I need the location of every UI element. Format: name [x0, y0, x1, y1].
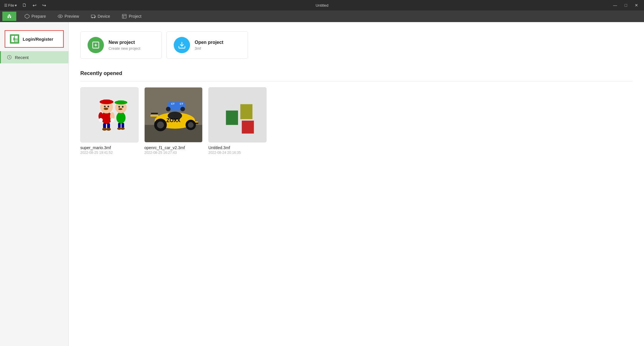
open-project-icon: [178, 41, 186, 49]
untitled-thumb-svg: [209, 87, 266, 142]
sidebar: Login/Register Recent: [0, 22, 69, 346]
recently-opened-section: Recently opened: [80, 70, 632, 155]
svg-text:ZOXX: ZOXX: [166, 117, 181, 123]
svg-rect-53: [151, 113, 158, 114]
svg-rect-67: [242, 121, 254, 134]
recently-opened-title: Recently opened: [80, 70, 632, 76]
minimize-button[interactable]: —: [610, 2, 621, 9]
hamburger-icon: ☰: [4, 3, 8, 8]
svg-rect-11: [15, 39, 18, 42]
prepare-label: Prepare: [31, 14, 46, 19]
preview-label: Preview: [65, 14, 79, 19]
preview-icon: [58, 14, 63, 19]
device-tab[interactable]: Device: [85, 11, 116, 21]
project-cards-row: New project Create new project Open proj…: [80, 31, 632, 59]
svg-rect-66: [240, 104, 253, 119]
home-icon: [6, 13, 12, 19]
open-project-subtitle: 3mf: [195, 46, 223, 51]
svg-point-25: [104, 108, 108, 110]
device-label: Device: [98, 14, 110, 19]
open-project-card[interactable]: Open project 3mf: [166, 31, 248, 59]
home-button[interactable]: [2, 12, 16, 21]
new-project-card[interactable]: New project Create new project: [80, 31, 162, 59]
new-project-text: New project Create new project: [109, 40, 140, 51]
recent-item-f1car[interactable]: ZOXX CT CT openrc_f1_car_v2.3mf 2022-08-…: [144, 87, 203, 155]
svg-point-23: [104, 106, 106, 107]
f1car-date: 2022-08-25 16:27:43: [144, 151, 203, 155]
svg-rect-42: [122, 123, 124, 128]
new-project-icon: [92, 41, 100, 49]
untitled-filename: Untitled.3mf: [208, 145, 267, 150]
untitled-date: 2022-08-24 20:16:35: [208, 151, 267, 155]
svg-rect-41: [118, 123, 121, 128]
svg-point-61: [180, 107, 185, 111]
svg-point-1: [60, 16, 61, 17]
f1car-thumbnail: ZOXX CT CT: [144, 87, 203, 142]
navbar: Prepare Preview Device Project: [0, 10, 644, 22]
content-area: New project Create new project Open proj…: [69, 22, 644, 346]
login-register-label: Login/Register: [23, 37, 53, 42]
close-button[interactable]: ✕: [631, 2, 642, 9]
window-title: Untitled: [315, 3, 328, 8]
svg-text:CT: CT: [171, 102, 175, 105]
svg-rect-65: [226, 110, 238, 125]
maximize-button[interactable]: □: [621, 2, 631, 9]
sidebar-recent-item[interactable]: Recent: [0, 51, 68, 63]
login-icon: [9, 34, 20, 44]
project-icon: [122, 14, 127, 19]
open-project-title: Open project: [195, 40, 223, 45]
f1car-filename: openrc_f1_car_v2.3mf: [144, 145, 203, 150]
file-menu-button[interactable]: ☰ File ▾: [2, 2, 19, 9]
svg-point-28: [102, 128, 107, 131]
svg-point-55: [188, 122, 194, 128]
svg-text:CT: CT: [180, 102, 183, 105]
recent-icon: [7, 55, 12, 60]
svg-rect-37: [118, 101, 124, 104]
redo-button[interactable]: ↪: [40, 1, 48, 9]
open-project-icon-circle: [174, 37, 190, 53]
f1car-thumb-svg: ZOXX CT CT: [145, 87, 202, 142]
main-layout: Login/Register Recent New proj: [0, 22, 644, 346]
titlebar-left: ☰ File ▾ 🗋 ↩ ↪: [2, 1, 48, 9]
svg-point-33: [110, 118, 114, 122]
titlebar: ☰ File ▾ 🗋 ↩ ↪ Untitled — □ ✕: [0, 0, 644, 10]
new-project-subtitle: Create new project: [109, 46, 140, 51]
dropdown-arrow: ▾: [15, 3, 17, 8]
mario-thumbnail: [80, 87, 139, 142]
section-divider: [80, 81, 632, 81]
svg-marker-0: [25, 14, 29, 19]
open-project-text: Open project 3mf: [195, 40, 223, 51]
file-menu-label: File: [8, 3, 14, 8]
preview-tab[interactable]: Preview: [52, 11, 85, 21]
recent-files-grid: super_mario.3mf 2022-08-25 19:41:52: [80, 87, 632, 155]
svg-point-60: [166, 107, 171, 111]
device-icon: [91, 14, 96, 19]
svg-rect-10: [15, 36, 18, 39]
svg-point-34: [116, 112, 126, 124]
recent-item-untitled[interactable]: Untitled.3mf 2022-08-24 20:16:35: [208, 87, 267, 155]
new-project-icon-circle: [88, 37, 104, 53]
svg-point-44: [121, 128, 125, 130]
undo-button[interactable]: ↩: [30, 1, 39, 9]
prepare-icon: [24, 14, 30, 19]
svg-rect-22: [103, 100, 110, 103]
svg-point-43: [117, 128, 121, 130]
svg-rect-5: [123, 14, 127, 18]
mario-thumb-svg: [81, 87, 138, 142]
login-register-button[interactable]: Login/Register: [5, 30, 64, 48]
mario-date: 2022-08-25 19:41:52: [80, 151, 139, 155]
new-project-title: New project: [109, 40, 140, 45]
project-tab[interactable]: Project: [116, 11, 147, 21]
svg-point-38: [118, 106, 120, 108]
svg-point-57: [157, 122, 164, 129]
svg-point-24: [107, 106, 109, 107]
svg-point-40: [118, 108, 123, 110]
svg-point-39: [122, 106, 124, 108]
mario-filename: super_mario.3mf: [80, 145, 139, 150]
untitled-thumbnail: [208, 87, 267, 142]
svg-point-29: [106, 128, 111, 131]
save-icon-button[interactable]: 🗋: [20, 1, 29, 9]
prepare-tab[interactable]: Prepare: [19, 11, 52, 21]
sidebar-recent-label: Recent: [15, 55, 29, 60]
recent-item-mario[interactable]: super_mario.3mf 2022-08-25 19:41:52: [80, 87, 139, 155]
